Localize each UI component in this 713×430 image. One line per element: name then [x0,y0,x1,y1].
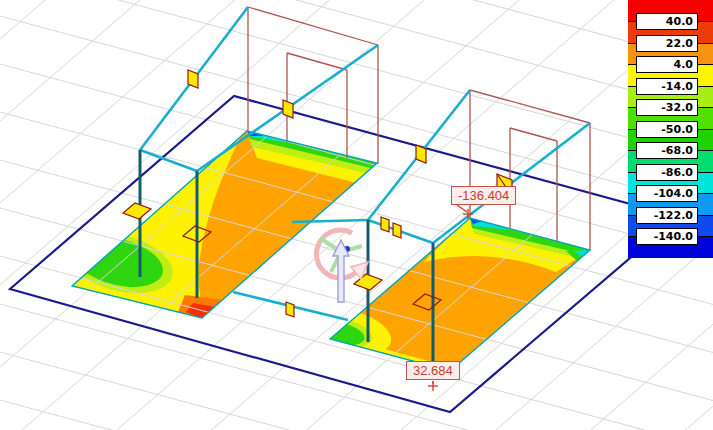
rotation-widget[interactable] [316,230,368,302]
legend-tick-value: 4.0 [636,56,698,73]
grid-line [0,400,713,430]
grid-line [0,0,713,39]
right-slab-contour-plot [304,218,590,371]
grid-line [0,0,713,65]
grid-line [0,0,713,285]
min-value-label[interactable]: -136.404 [451,186,516,205]
grid-line [0,0,713,161]
right-ridge-line [470,90,590,123]
legend-tick-value: -50.0 [636,121,698,138]
legend-tick-value: 22.0 [636,35,698,52]
flag-marker [283,100,293,118]
flag-marker [381,217,389,232]
left-ridge-line [248,7,378,45]
grid-line [0,0,713,367]
grid-line [0,352,713,430]
diamond-marker [123,203,151,219]
legend-tick-value: -122.0 [636,207,698,224]
contour-color-legend: 40.022.04.0-14.0-32.0-50.0-68.0-86.0-104… [628,0,713,258]
legend-tick-value: -68.0 [636,142,698,159]
legend-tick-value: -14.0 [636,78,698,95]
legend-tick-value: -140.0 [636,228,698,245]
grid-line [0,64,713,257]
legend-tick-value: -104.0 [636,185,698,202]
flag-marker [393,223,401,238]
grid-line [0,406,713,430]
flag-marker [286,302,294,317]
grid-line [0,0,713,17]
left-inner-beam [287,53,347,70]
workplane-grid [0,0,713,430]
legend-tick-value: -86.0 [636,164,698,181]
fea-3d-viewport[interactable]: -136.404 32.684 40.022.04.0-14.0-32.0-50… [0,0,713,430]
grid-line [0,0,713,113]
legend-tick-value: -32.0 [636,99,698,116]
legend-tick-value: 40.0 [636,13,698,30]
max-value-label[interactable]: 32.684 [406,361,460,380]
right-inner-beam [510,128,557,141]
model-scene [0,0,713,430]
